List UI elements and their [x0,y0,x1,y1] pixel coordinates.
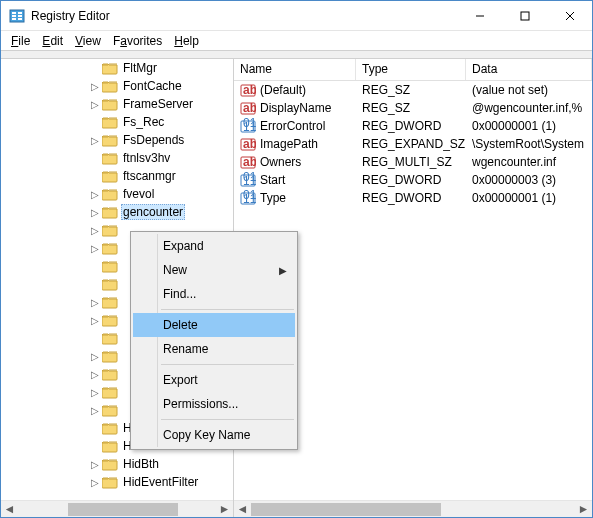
expander-icon[interactable]: ▷ [89,225,101,236]
menu-help[interactable]: Help [168,32,205,50]
folder-icon [102,97,118,111]
value-type: REG_DWORD [356,119,466,133]
tree-item[interactable]: ▷gencounter [1,203,233,221]
value-data: \SystemRoot\System [466,137,592,151]
tree-item-label: FsDepends [121,133,186,147]
tree-hscrollbar[interactable]: ◄ ► [1,500,233,517]
tree-item-label: ftnlsv3hv [121,151,172,165]
tree-item-label: FrameServer [121,97,195,111]
tree-hscroll-thumb[interactable] [68,503,178,516]
folder-icon [102,133,118,147]
list-row[interactable]: abDisplayNameREG_SZ@wgencounter.inf,% [234,99,592,117]
value-string-icon: ab [240,82,256,98]
expander-icon[interactable]: ▷ [89,297,101,308]
value-name: DisplayName [260,101,331,115]
tree-item[interactable]: ▷fvevol [1,185,233,203]
ctx-delete[interactable]: Delete [133,313,295,337]
svg-text:110: 110 [243,120,256,134]
svg-rect-8 [521,12,529,20]
menu-file[interactable]: File [5,32,36,50]
tree-item[interactable]: FltMgr [1,59,233,77]
ctx-new[interactable]: New▶ [133,258,295,282]
maximize-button[interactable] [502,1,547,30]
ctx-export[interactable]: Export [133,368,295,392]
list-row[interactable]: abOwnersREG_MULTI_SZwgencounter.inf [234,153,592,171]
value-name: Owners [260,155,301,169]
list-hscroll-thumb[interactable] [251,503,441,516]
value-binary-icon: 011110 [240,172,256,188]
list-row[interactable]: ab(Default)REG_SZ(value not set) [234,81,592,99]
value-type: REG_EXPAND_SZ [356,137,466,151]
scroll-right-icon[interactable]: ► [216,501,233,518]
tree-item-label: FltMgr [121,61,159,75]
tree-item[interactable]: ▷FontCache [1,77,233,95]
expander-icon[interactable]: ▷ [89,99,101,110]
folder-icon [102,457,118,471]
expander-icon[interactable]: ▷ [89,135,101,146]
expander-icon[interactable]: ▷ [89,351,101,362]
tree-item[interactable]: ▷FrameServer [1,95,233,113]
expander-icon[interactable]: ▷ [89,477,101,488]
column-header-type[interactable]: Type [356,59,466,80]
context-separator [161,309,294,310]
ctx-permissions[interactable]: Permissions... [133,392,295,416]
svg-rect-4 [18,12,22,14]
svg-rect-6 [18,18,22,20]
svg-rect-5 [18,15,22,17]
scroll-left-icon[interactable]: ◄ [234,501,251,518]
tree-item[interactable]: ▷FsDepends [1,131,233,149]
folder-icon [102,439,118,453]
scroll-right-icon[interactable]: ► [575,501,592,518]
tree-item[interactable]: ftscanmgr [1,167,233,185]
tree-item[interactable]: ▷HidBth [1,455,233,473]
tree-item-label: FontCache [121,79,184,93]
list-row[interactable]: 011110StartREG_DWORD0x00000003 (3) [234,171,592,189]
value-name: (Default) [260,83,306,97]
context-menu: Expand New▶ Find... Delete Rename Export… [130,231,298,450]
menu-edit[interactable]: Edit [36,32,69,50]
column-header-name[interactable]: Name [234,59,356,80]
expander-icon[interactable]: ▷ [89,189,101,200]
value-data: 0x00000001 (1) [466,119,592,133]
ctx-find[interactable]: Find... [133,282,295,306]
value-string-icon: ab [240,100,256,116]
tree-item[interactable]: ftnlsv3hv [1,149,233,167]
value-name: ErrorControl [260,119,325,133]
menu-favorites[interactable]: Favorites [107,32,168,50]
expander-icon[interactable]: ▷ [89,405,101,416]
column-header-data[interactable]: Data [466,59,592,80]
folder-icon [102,79,118,93]
value-data: wgencounter.inf [466,155,592,169]
svg-text:ab: ab [243,137,256,151]
minimize-button[interactable] [457,1,502,30]
scroll-left-icon[interactable]: ◄ [1,501,18,518]
expander-icon[interactable]: ▷ [89,81,101,92]
value-data: (value not set) [466,83,592,97]
tree-item[interactable]: Fs_Rec [1,113,233,131]
expander-icon[interactable]: ▷ [89,387,101,398]
folder-icon [102,349,118,363]
ctx-copy-key-name[interactable]: Copy Key Name [133,423,295,447]
expander-icon[interactable]: ▷ [89,315,101,326]
list-row[interactable]: abImagePathREG_EXPAND_SZ\SystemRoot\Syst… [234,135,592,153]
close-button[interactable] [547,1,592,30]
list-hscrollbar[interactable]: ◄ ► [234,500,592,517]
tree-item-label: HidBth [121,457,161,471]
svg-text:ab: ab [243,83,256,97]
list-row[interactable]: 011110ErrorControlREG_DWORD0x00000001 (1… [234,117,592,135]
expander-icon[interactable]: ▷ [89,369,101,380]
tree-item[interactable]: ▷HidEventFilter [1,473,233,491]
folder-icon [102,295,118,309]
folder-icon [102,115,118,129]
tree-item-label: fvevol [121,187,156,201]
ctx-rename[interactable]: Rename [133,337,295,361]
value-type: REG_MULTI_SZ [356,155,466,169]
expander-icon[interactable]: ▷ [89,243,101,254]
svg-text:ab: ab [243,101,256,115]
expander-icon[interactable]: ▷ [89,459,101,470]
value-name: ImagePath [260,137,318,151]
expander-icon[interactable]: ▷ [89,207,101,218]
menu-view[interactable]: View [69,32,107,50]
list-row[interactable]: 011110TypeREG_DWORD0x00000001 (1) [234,189,592,207]
ctx-expand[interactable]: Expand [133,234,295,258]
